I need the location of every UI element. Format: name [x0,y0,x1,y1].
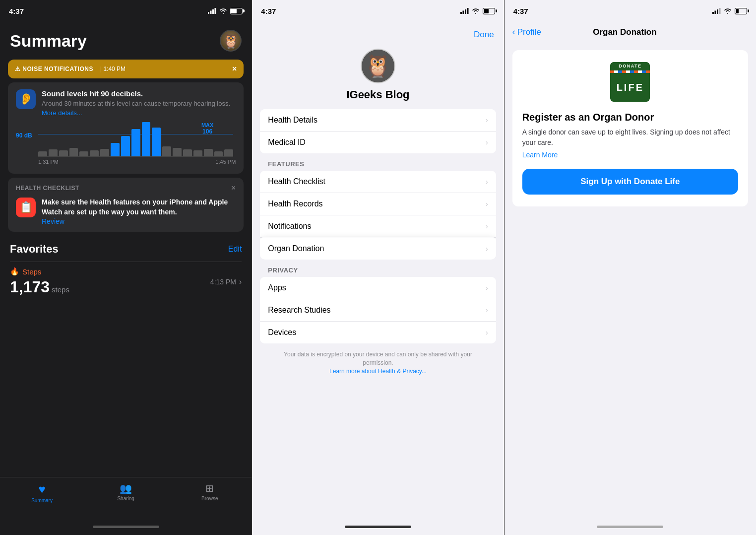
register-title: Register as an Organ Donor [522,112,654,123]
privacy-note: Your data is encrypted on your device an… [252,344,504,377]
more-details-link[interactable]: More details... [42,109,82,117]
menu-item-organ-donation[interactable]: Organ Donation › [260,238,496,260]
bar-2 [49,149,58,156]
tab-sharing-label: Sharing [117,496,134,501]
favorites-edit-button[interactable]: Edit [228,245,242,254]
menu-section-top: Health Details › Medical ID › [260,109,496,153]
wifi-icon-3 [724,8,732,14]
steps-time: 4:13 PM [210,278,236,286]
tab-sharing[interactable]: 👥 Sharing [84,482,168,501]
menu-item-apps[interactable]: Apps › [260,277,496,299]
donate-card: DONATE LIFE Register as an Organ Donor A… [512,50,748,206]
tab-summary-label: Summary [31,498,53,503]
checklist-close[interactable]: × [231,184,236,193]
chart-time-labels: 1:31 PM 1:45 PM [38,159,236,165]
bar-3 [59,150,68,156]
sound-chart: 90 dB [16,122,236,167]
checklist-review-link[interactable]: Review [42,217,64,225]
chart-y-label: 90 dB [16,132,32,139]
fire-icon: 🔥 [10,267,19,276]
tab-browse[interactable]: ⊞ Browse [168,482,252,501]
sound-description: Around 30 minutes at this level can caus… [42,99,230,108]
avatar-button[interactable] [220,30,242,52]
battery-fill-2 [484,9,489,13]
steps-chevron-icon: › [239,277,242,286]
summary-title: Summary [10,31,87,51]
status-icons-3 [712,8,747,14]
tab-summary[interactable]: ♥ Summary [0,482,84,503]
svg-rect-0 [208,12,209,14]
svg-rect-11 [719,8,720,14]
svg-rect-3 [215,8,216,14]
menu-item-health-details[interactable]: Health Details › [260,109,496,132]
menu-item-devices[interactable]: Devices › [260,322,496,343]
noise-banner[interactable]: ⚠ NOISE NOTIFICATIONS | 1:40 PM × [8,60,244,78]
checklist-body: 📋 Make sure the Health features on your … [16,198,236,226]
features-section-title: Features [260,154,496,171]
menu-item-health-records-label: Health Records [268,200,322,208]
favorites-section: Favorites Edit 🔥 Steps 1,173 steps 4:13 … [0,236,252,305]
menu-list-top: Health Details › Medical ID › [260,109,496,153]
status-bar-1: 4:37 [0,0,252,22]
menu-item-organ-donation-label: Organ Donation [268,244,324,253]
bar-10 [131,129,140,156]
bar-9 [121,136,130,156]
steps-value-row: 1,173 steps [10,278,69,296]
menu-health-checklist-chevron: › [486,178,488,186]
menu-item-apps-label: Apps [268,283,286,292]
done-button[interactable]: Done [474,30,494,40]
menu-item-medical-id[interactable]: Medical ID › [260,132,496,153]
menu-item-research-label: Research Studies [268,306,330,315]
menu-notifications-chevron: › [486,222,488,230]
user-avatar [221,31,241,51]
steps-count: 1,173 [10,278,50,296]
menu-item-medical-id-label: Medical ID [268,138,306,147]
bar-15 [183,149,192,156]
signup-button[interactable]: Sign Up with Donate Life [522,169,738,195]
privacy-link[interactable]: Learn more about Health & Privacy... [329,368,427,375]
screen3-main: ‹ Profile Organ Donation DONATE LIFE [504,22,756,518]
learn-more-link[interactable]: Learn More [522,151,558,159]
nav-title: Organ Donation [593,27,656,37]
menu-health-details-chevron: › [486,116,488,124]
menu-item-notifications[interactable]: Notifications › [260,215,496,238]
menu-list-privacy: Apps › Research Studies › Devices › [260,277,496,343]
steps-unit: steps [52,285,69,294]
bar-1 [38,151,47,156]
profile-name: IGeeks Blog [346,88,409,101]
steps-right: 4:13 PM › [210,277,242,286]
bar-13 [162,146,171,157]
status-time-1: 4:37 [9,7,24,15]
modal-nav: Done [252,22,504,44]
menu-devices-chevron: › [486,329,488,336]
back-button[interactable]: ‹ Profile [512,27,541,37]
status-icons-1 [208,8,243,14]
menu-item-notifications-label: Notifications [268,222,311,231]
svg-rect-1 [210,11,212,14]
home-bar-3 [597,526,663,528]
status-time-3: 4:37 [513,7,528,15]
menu-item-health-checklist[interactable]: Health Checklist › [260,171,496,193]
svg-rect-8 [712,12,714,14]
svg-rect-10 [717,9,718,14]
noise-close-button[interactable]: × [232,65,237,73]
battery-fill-3 [736,9,739,13]
menu-item-devices-label: Devices [268,328,296,337]
battery-icon-1 [230,8,243,14]
home-bar-1 [93,526,159,528]
menu-item-research[interactable]: Research Studies › [260,299,496,322]
bar-5 [79,151,88,156]
steps-row[interactable]: 🔥 Steps 1,173 steps 4:13 PM › [10,262,242,301]
bar-6 [90,150,99,156]
bar-4 [69,148,78,156]
signal-icon-2 [460,8,469,14]
sound-card-header: 👂 Sound levels hit 90 decibels. Around 3… [16,89,236,117]
bar-7 [100,149,109,156]
battery-fill-1 [231,9,237,13]
menu-item-health-records[interactable]: Health Records › [260,193,496,215]
signal-icon-1 [208,8,216,14]
status-time-2: 4:37 [261,7,276,15]
noise-banner-left: ⚠ NOISE NOTIFICATIONS | 1:40 PM [15,66,126,72]
status-bar-3: 4:37 [504,0,756,22]
steps-info: 🔥 Steps 1,173 steps [10,267,69,296]
